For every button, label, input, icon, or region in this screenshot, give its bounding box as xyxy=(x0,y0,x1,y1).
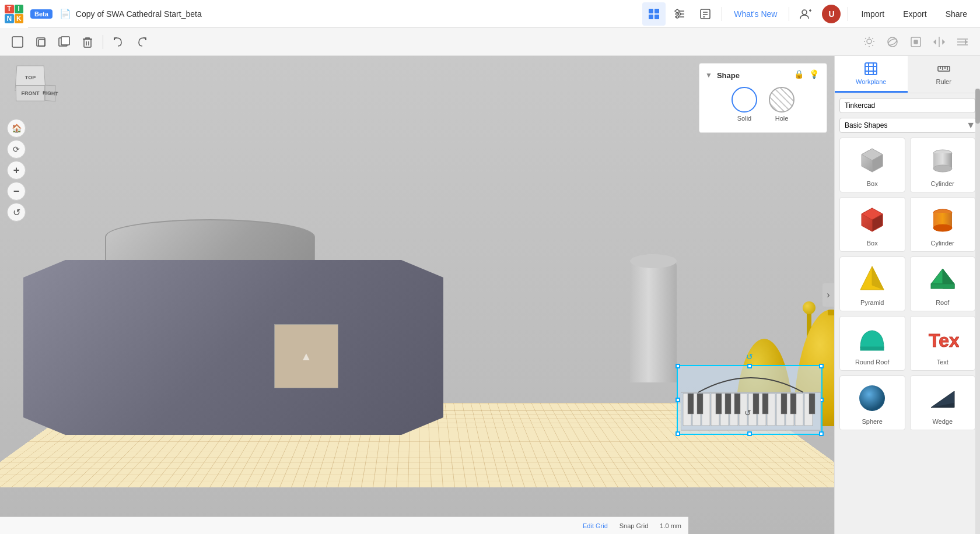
light-icon[interactable]: 💡 xyxy=(809,69,821,81)
lock-icon[interactable]: 🔒 xyxy=(794,69,806,81)
shape-item-cylinder-orange[interactable]: Cylinder xyxy=(910,197,976,252)
shape-item-cylinder-gray[interactable]: Cylinder xyxy=(910,138,976,192)
export-button[interactable]: Export xyxy=(895,6,935,22)
svg-marker-33 xyxy=(943,40,944,44)
svg-point-8 xyxy=(676,16,678,18)
viewport[interactable]: TOP FRONT RIGHT 🏠 ⟳ + − ↺ xyxy=(0,56,834,534)
shape-preview-cylinder-gray xyxy=(925,143,960,178)
undo-button[interactable] xyxy=(108,31,129,52)
grid-view-button[interactable] xyxy=(642,2,666,26)
redo-button[interactable] xyxy=(131,31,152,52)
selection-handle-tm[interactable] xyxy=(747,364,752,368)
shape-preview-cylinder-orange xyxy=(925,202,960,237)
solid-circle[interactable] xyxy=(732,87,757,113)
tab-ruler-label: Ruler xyxy=(936,78,951,85)
shape-item-box-gray[interactable]: Box xyxy=(839,138,905,192)
cube-front-face[interactable]: FRONT xyxy=(16,85,46,101)
duplicate-all-button[interactable] xyxy=(30,31,51,52)
navigation-cube[interactable]: TOP FRONT RIGHT xyxy=(7,63,54,110)
shape-label-round-roof: Round Roof xyxy=(855,359,890,366)
svg-rect-57 xyxy=(734,394,740,414)
hole-option[interactable]: Hole xyxy=(769,87,794,122)
shape-category-select[interactable]: Basic Shapes xyxy=(839,118,977,133)
beta-badge: Beta xyxy=(30,9,52,19)
selection-handle-bl[interactable] xyxy=(676,431,680,436)
selection-handle-tr[interactable] xyxy=(819,364,824,368)
shape-item-sphere[interactable]: Sphere xyxy=(839,375,905,430)
svg-rect-2 xyxy=(649,15,653,19)
statusbar: Edit Grid Snap Grid 1.0 mm xyxy=(0,517,688,534)
shape-preview-box-red xyxy=(855,202,890,237)
align-button[interactable] xyxy=(952,31,973,52)
rotation-handle[interactable]: ↺ xyxy=(746,352,753,361)
shape-item-box-red[interactable]: Box xyxy=(839,197,905,252)
share-button[interactable]: Share xyxy=(937,6,975,22)
whats-new-button[interactable]: What's New xyxy=(727,7,784,21)
home-view-button[interactable]: 🏠 xyxy=(7,119,26,138)
svg-point-85 xyxy=(933,224,952,231)
scrollbar-thumb[interactable] xyxy=(975,89,980,124)
logo-t: T xyxy=(5,5,14,14)
library-category-select[interactable]: Tinkercad xyxy=(839,98,975,113)
logo-k: K xyxy=(15,14,24,23)
shape-preview-wedge xyxy=(925,381,960,416)
dome-ball xyxy=(803,301,816,314)
tab-ruler[interactable]: Ruler xyxy=(908,56,981,93)
shapes-grid: Box Cylinder Box Cylind xyxy=(839,138,975,430)
shape-label-roof: Roof xyxy=(936,299,949,306)
svg-rect-0 xyxy=(649,9,653,13)
tools-button[interactable] xyxy=(668,2,691,26)
svg-rect-3 xyxy=(654,15,659,19)
svg-point-15 xyxy=(802,10,807,15)
zoom-out-button[interactable]: − xyxy=(7,182,26,201)
toolbar-separator-1 xyxy=(103,35,103,49)
view-button[interactable] xyxy=(882,31,903,52)
svg-rect-53 xyxy=(688,394,694,414)
shape-item-round-roof[interactable]: Round Roof xyxy=(839,316,905,371)
shape-preview-roof xyxy=(925,262,960,297)
logo-i: I xyxy=(15,5,24,14)
mirror-button[interactable] xyxy=(929,31,950,52)
selection-handle-tl[interactable] xyxy=(676,364,680,368)
hole-circle[interactable] xyxy=(769,87,794,113)
logo-n: N xyxy=(5,14,14,23)
svg-rect-56 xyxy=(725,394,731,414)
shape-item-wedge[interactable]: Wedge xyxy=(910,375,976,430)
shape-item-roof[interactable]: Roof xyxy=(910,257,976,311)
profile-button[interactable]: U xyxy=(820,2,843,26)
shape-item-pyramid[interactable]: Pyramid xyxy=(839,257,905,311)
shape-panel-header: ▼ Shape 🔒 💡 xyxy=(705,69,821,81)
shape-item-text[interactable]: Text Text xyxy=(910,316,976,371)
svg-rect-90 xyxy=(931,284,954,289)
cube-right-face[interactable]: RIGHT xyxy=(45,85,56,102)
logo: T I N K xyxy=(0,0,28,28)
inspector-button[interactable] xyxy=(694,2,717,26)
tab-workplane[interactable]: Workplane xyxy=(835,56,908,93)
right-panel-scrollbar[interactable] xyxy=(975,89,980,534)
hole-label: Hole xyxy=(775,115,789,122)
scene[interactable]: TOP FRONT RIGHT 🏠 ⟳ + − ↺ xyxy=(0,56,834,534)
selection-handle-lm[interactable] xyxy=(676,398,680,402)
selected-object[interactable]: ↺ xyxy=(677,365,822,435)
delete-button[interactable] xyxy=(77,31,98,52)
shape-options: Solid Hole xyxy=(705,87,821,122)
scene-expand-button[interactable]: › xyxy=(822,283,834,307)
snap-button[interactable] xyxy=(905,31,926,52)
duplicate-button[interactable] xyxy=(54,31,75,52)
svg-point-93 xyxy=(859,385,885,411)
new-button[interactable] xyxy=(7,31,28,52)
user-add-button[interactable] xyxy=(794,2,817,26)
svg-rect-91 xyxy=(860,347,884,350)
svg-marker-32 xyxy=(934,40,936,44)
right-panel: Workplane Ruler Tinkercad Basic Shapes ▼ xyxy=(834,56,980,534)
right-cylinder[interactable] xyxy=(630,254,677,382)
zoom-in-button[interactable]: + xyxy=(7,161,26,180)
svg-rect-20 xyxy=(38,40,45,46)
import-button[interactable]: Import xyxy=(853,6,892,22)
edit-grid-link[interactable]: Edit Grid xyxy=(583,522,608,529)
svg-rect-23 xyxy=(84,39,91,47)
building-object[interactable] xyxy=(23,202,443,435)
light-button[interactable] xyxy=(859,31,880,52)
orbit-button[interactable]: ⟳ xyxy=(7,140,26,159)
solid-option[interactable]: Solid xyxy=(732,87,757,122)
